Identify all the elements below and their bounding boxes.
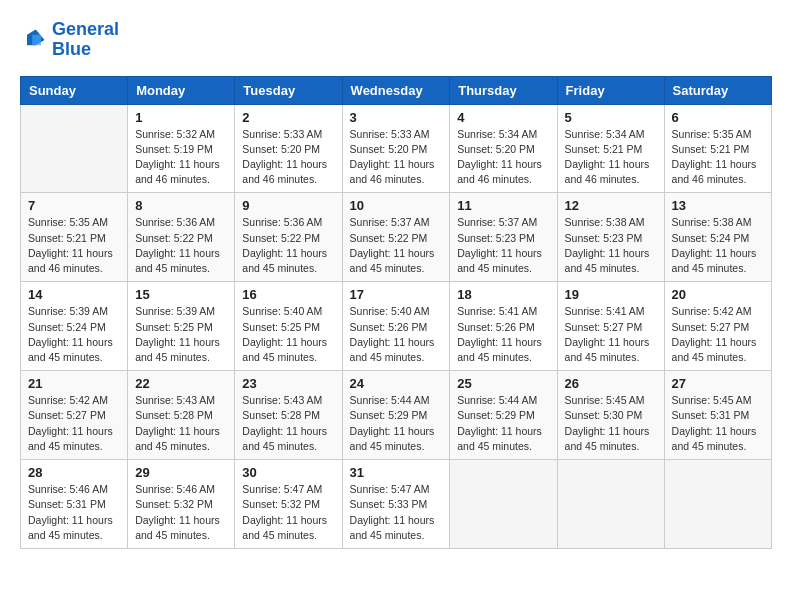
calendar-cell: 8Sunrise: 5:36 AM Sunset: 5:22 PM Daylig…	[128, 193, 235, 282]
calendar-cell: 4Sunrise: 5:34 AM Sunset: 5:20 PM Daylig…	[450, 104, 557, 193]
day-info: Sunrise: 5:35 AM Sunset: 5:21 PM Dayligh…	[672, 127, 764, 188]
day-number: 17	[350, 287, 443, 302]
day-info: Sunrise: 5:39 AM Sunset: 5:25 PM Dayligh…	[135, 304, 227, 365]
calendar-cell: 9Sunrise: 5:36 AM Sunset: 5:22 PM Daylig…	[235, 193, 342, 282]
day-info: Sunrise: 5:36 AM Sunset: 5:22 PM Dayligh…	[135, 215, 227, 276]
day-info: Sunrise: 5:34 AM Sunset: 5:21 PM Dayligh…	[565, 127, 657, 188]
calendar-cell: 26Sunrise: 5:45 AM Sunset: 5:30 PM Dayli…	[557, 371, 664, 460]
logo-text: GeneralBlue	[52, 20, 119, 60]
calendar-cell: 24Sunrise: 5:44 AM Sunset: 5:29 PM Dayli…	[342, 371, 450, 460]
day-number: 28	[28, 465, 120, 480]
day-number: 18	[457, 287, 549, 302]
calendar-week-row: 1Sunrise: 5:32 AM Sunset: 5:19 PM Daylig…	[21, 104, 772, 193]
day-info: Sunrise: 5:34 AM Sunset: 5:20 PM Dayligh…	[457, 127, 549, 188]
day-number: 21	[28, 376, 120, 391]
day-info: Sunrise: 5:37 AM Sunset: 5:22 PM Dayligh…	[350, 215, 443, 276]
day-info: Sunrise: 5:35 AM Sunset: 5:21 PM Dayligh…	[28, 215, 120, 276]
calendar-cell	[450, 460, 557, 549]
weekday-header-friday: Friday	[557, 76, 664, 104]
day-number: 14	[28, 287, 120, 302]
day-number: 6	[672, 110, 764, 125]
day-info: Sunrise: 5:41 AM Sunset: 5:26 PM Dayligh…	[457, 304, 549, 365]
calendar-cell: 18Sunrise: 5:41 AM Sunset: 5:26 PM Dayli…	[450, 282, 557, 371]
calendar-cell	[557, 460, 664, 549]
day-number: 19	[565, 287, 657, 302]
calendar-cell	[664, 460, 771, 549]
day-info: Sunrise: 5:41 AM Sunset: 5:27 PM Dayligh…	[565, 304, 657, 365]
day-info: Sunrise: 5:33 AM Sunset: 5:20 PM Dayligh…	[350, 127, 443, 188]
day-info: Sunrise: 5:37 AM Sunset: 5:23 PM Dayligh…	[457, 215, 549, 276]
day-number: 26	[565, 376, 657, 391]
day-info: Sunrise: 5:42 AM Sunset: 5:27 PM Dayligh…	[28, 393, 120, 454]
page-header: GeneralBlue	[20, 20, 772, 60]
weekday-header-thursday: Thursday	[450, 76, 557, 104]
logo: GeneralBlue	[20, 20, 119, 60]
calendar-cell: 22Sunrise: 5:43 AM Sunset: 5:28 PM Dayli…	[128, 371, 235, 460]
weekday-header-tuesday: Tuesday	[235, 76, 342, 104]
calendar-cell: 2Sunrise: 5:33 AM Sunset: 5:20 PM Daylig…	[235, 104, 342, 193]
day-info: Sunrise: 5:43 AM Sunset: 5:28 PM Dayligh…	[242, 393, 334, 454]
calendar-cell: 12Sunrise: 5:38 AM Sunset: 5:23 PM Dayli…	[557, 193, 664, 282]
day-number: 29	[135, 465, 227, 480]
weekday-header-sunday: Sunday	[21, 76, 128, 104]
day-number: 4	[457, 110, 549, 125]
day-number: 1	[135, 110, 227, 125]
logo-icon	[20, 26, 48, 54]
day-info: Sunrise: 5:39 AM Sunset: 5:24 PM Dayligh…	[28, 304, 120, 365]
day-info: Sunrise: 5:40 AM Sunset: 5:26 PM Dayligh…	[350, 304, 443, 365]
day-info: Sunrise: 5:44 AM Sunset: 5:29 PM Dayligh…	[457, 393, 549, 454]
calendar-cell: 14Sunrise: 5:39 AM Sunset: 5:24 PM Dayli…	[21, 282, 128, 371]
day-info: Sunrise: 5:46 AM Sunset: 5:32 PM Dayligh…	[135, 482, 227, 543]
calendar-cell: 17Sunrise: 5:40 AM Sunset: 5:26 PM Dayli…	[342, 282, 450, 371]
day-info: Sunrise: 5:33 AM Sunset: 5:20 PM Dayligh…	[242, 127, 334, 188]
day-number: 22	[135, 376, 227, 391]
calendar-cell: 19Sunrise: 5:41 AM Sunset: 5:27 PM Dayli…	[557, 282, 664, 371]
day-number: 10	[350, 198, 443, 213]
calendar-cell: 5Sunrise: 5:34 AM Sunset: 5:21 PM Daylig…	[557, 104, 664, 193]
day-number: 25	[457, 376, 549, 391]
day-number: 30	[242, 465, 334, 480]
calendar-cell: 29Sunrise: 5:46 AM Sunset: 5:32 PM Dayli…	[128, 460, 235, 549]
calendar-cell: 31Sunrise: 5:47 AM Sunset: 5:33 PM Dayli…	[342, 460, 450, 549]
svg-marker-2	[32, 35, 41, 46]
calendar-cell: 25Sunrise: 5:44 AM Sunset: 5:29 PM Dayli…	[450, 371, 557, 460]
day-number: 15	[135, 287, 227, 302]
day-number: 31	[350, 465, 443, 480]
day-number: 8	[135, 198, 227, 213]
day-number: 13	[672, 198, 764, 213]
calendar-cell: 3Sunrise: 5:33 AM Sunset: 5:20 PM Daylig…	[342, 104, 450, 193]
day-info: Sunrise: 5:45 AM Sunset: 5:31 PM Dayligh…	[672, 393, 764, 454]
calendar-cell: 16Sunrise: 5:40 AM Sunset: 5:25 PM Dayli…	[235, 282, 342, 371]
calendar-week-row: 28Sunrise: 5:46 AM Sunset: 5:31 PM Dayli…	[21, 460, 772, 549]
calendar-cell: 23Sunrise: 5:43 AM Sunset: 5:28 PM Dayli…	[235, 371, 342, 460]
weekday-header-row: SundayMondayTuesdayWednesdayThursdayFrid…	[21, 76, 772, 104]
calendar-cell: 10Sunrise: 5:37 AM Sunset: 5:22 PM Dayli…	[342, 193, 450, 282]
weekday-header-monday: Monday	[128, 76, 235, 104]
calendar-table: SundayMondayTuesdayWednesdayThursdayFrid…	[20, 76, 772, 549]
day-info: Sunrise: 5:40 AM Sunset: 5:25 PM Dayligh…	[242, 304, 334, 365]
day-info: Sunrise: 5:46 AM Sunset: 5:31 PM Dayligh…	[28, 482, 120, 543]
calendar-cell	[21, 104, 128, 193]
calendar-week-row: 21Sunrise: 5:42 AM Sunset: 5:27 PM Dayli…	[21, 371, 772, 460]
calendar-cell: 15Sunrise: 5:39 AM Sunset: 5:25 PM Dayli…	[128, 282, 235, 371]
day-number: 2	[242, 110, 334, 125]
day-info: Sunrise: 5:32 AM Sunset: 5:19 PM Dayligh…	[135, 127, 227, 188]
day-info: Sunrise: 5:38 AM Sunset: 5:24 PM Dayligh…	[672, 215, 764, 276]
day-number: 5	[565, 110, 657, 125]
calendar-cell: 27Sunrise: 5:45 AM Sunset: 5:31 PM Dayli…	[664, 371, 771, 460]
calendar-cell: 30Sunrise: 5:47 AM Sunset: 5:32 PM Dayli…	[235, 460, 342, 549]
calendar-cell: 28Sunrise: 5:46 AM Sunset: 5:31 PM Dayli…	[21, 460, 128, 549]
calendar-cell: 20Sunrise: 5:42 AM Sunset: 5:27 PM Dayli…	[664, 282, 771, 371]
day-info: Sunrise: 5:45 AM Sunset: 5:30 PM Dayligh…	[565, 393, 657, 454]
weekday-header-wednesday: Wednesday	[342, 76, 450, 104]
calendar-week-row: 14Sunrise: 5:39 AM Sunset: 5:24 PM Dayli…	[21, 282, 772, 371]
day-number: 11	[457, 198, 549, 213]
day-info: Sunrise: 5:42 AM Sunset: 5:27 PM Dayligh…	[672, 304, 764, 365]
day-number: 27	[672, 376, 764, 391]
day-info: Sunrise: 5:36 AM Sunset: 5:22 PM Dayligh…	[242, 215, 334, 276]
day-number: 16	[242, 287, 334, 302]
weekday-header-saturday: Saturday	[664, 76, 771, 104]
day-number: 23	[242, 376, 334, 391]
day-number: 7	[28, 198, 120, 213]
day-number: 3	[350, 110, 443, 125]
